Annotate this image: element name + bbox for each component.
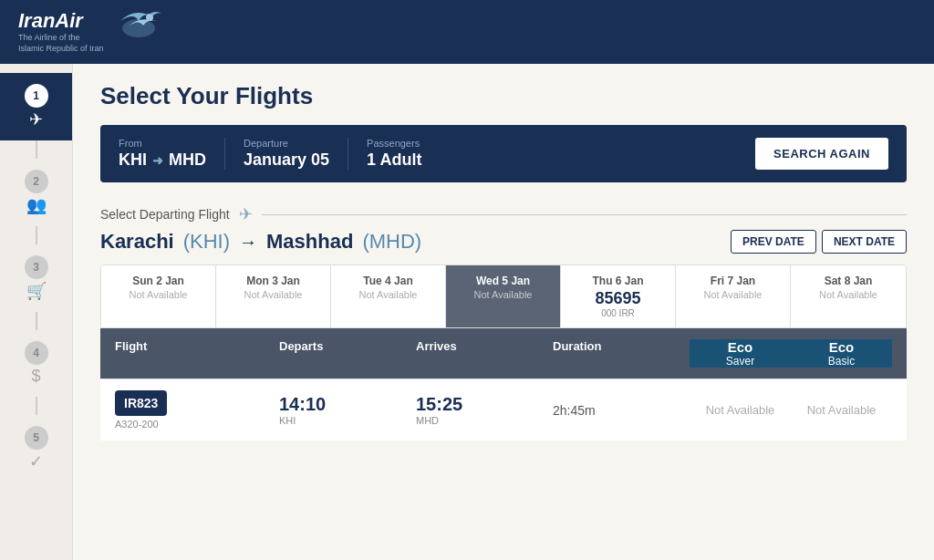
passengers-value: 1 Adult	[367, 150, 421, 170]
eco-basic-cell: Not Available	[791, 403, 892, 417]
step-connector-2-3	[36, 226, 37, 244]
step-4-number: 4	[25, 341, 48, 365]
step-connector-4-5	[36, 397, 37, 415]
origin-code: (KHI)	[183, 230, 230, 254]
col-flight-header: Flight	[115, 339, 279, 368]
departure-value: January 05	[244, 150, 329, 170]
origin-city: Karachi	[100, 230, 174, 254]
date-status-tue4: Not Available	[338, 289, 438, 300]
date-status-fri7: Not Available	[683, 289, 783, 300]
step-3[interactable]: 3 🛒	[0, 244, 72, 312]
step-2[interactable]: 2 👥	[0, 159, 72, 226]
step-1-icon: ✈	[29, 109, 43, 130]
step-2-icon: 👥	[26, 195, 47, 215]
from-section: From KHI ➜ MHD	[119, 138, 225, 170]
from-label: From	[119, 138, 206, 149]
brand-tagline: The Airline of the Islamic Republic of I…	[18, 33, 104, 54]
search-again-button[interactable]: SEARCH AGAIN	[755, 138, 888, 170]
duration-cell: 2h:45m	[553, 403, 690, 418]
col-arrives-header: Arrives	[416, 339, 553, 368]
date-day-tue4: Tue 4 Jan	[338, 275, 438, 287]
date-cell-thu6[interactable]: Thu 6 Jan 85695 000 IRR	[561, 265, 676, 327]
next-date-button[interactable]: NEXT DATE	[822, 230, 907, 254]
flight-table-header: Flight Departs Arrives Duration Eco Save…	[100, 328, 907, 379]
flight-info-cell: IR823 A320-200	[115, 390, 279, 430]
passengers-label: Passengers	[367, 138, 421, 149]
col-eco-saver-header: Eco Saver	[690, 339, 791, 368]
date-status-wed5: Not Available	[453, 289, 553, 300]
date-status-sun2: Not Available	[109, 289, 208, 300]
date-day-sat8: Sat 8 Jan	[798, 275, 898, 287]
departs-time: 14:10	[279, 394, 416, 415]
bird-svg	[111, 3, 166, 53]
date-price-unit-thu6: 000 IRR	[568, 308, 668, 318]
date-cell-wed5[interactable]: Wed 5 Jan Not Available	[446, 265, 561, 327]
header: IranAir The Airline of the Islamic Repub…	[0, 0, 934, 64]
step-5[interactable]: 5 ✓	[0, 415, 72, 482]
step-5-number: 5	[25, 426, 48, 450]
destination-code: (MHD)	[362, 230, 421, 254]
flight-duration: 2h:45m	[553, 403, 690, 418]
step-connector-3-4	[36, 312, 37, 330]
step-1-number: 1	[25, 84, 48, 108]
sidebar: 1 ✈ 2 👥 3 🛒 4 $ 5 ✓	[0, 64, 73, 560]
step-2-number: 2	[25, 170, 48, 193]
plane-icon: ✈	[239, 204, 253, 224]
arrives-airport: MHD	[416, 415, 553, 426]
step-5-icon: ✓	[29, 451, 43, 472]
date-cell-fri7[interactable]: Fri 7 Jan Not Available	[676, 265, 791, 327]
departs-cell: 14:10 KHI	[279, 394, 416, 426]
date-day-thu6: Thu 6 Jan	[568, 275, 668, 287]
step-4-icon: $	[31, 367, 40, 386]
step-connector-1-2	[36, 140, 37, 159]
section-title: Select Departing Flight ✈	[100, 204, 907, 224]
from-value: KHI ➜ MHD	[119, 150, 206, 170]
aircraft-type: A320-200	[115, 419, 279, 430]
departing-section: Select Departing Flight ✈ Karachi (KHI) …	[100, 204, 907, 441]
date-cell-sun2[interactable]: Sun 2 Jan Not Available	[101, 265, 216, 327]
step-3-icon: 🛒	[26, 281, 47, 301]
main-layout: 1 ✈ 2 👥 3 🛒 4 $ 5 ✓ Select Your Flights	[0, 64, 934, 560]
route-arrow-icon: ➜	[152, 153, 163, 168]
col-duration-header: Duration	[553, 339, 690, 368]
route-direction-arrow: →	[239, 232, 257, 253]
step-1[interactable]: 1 ✈	[0, 73, 72, 140]
route-title: Karachi (KHI) → Mashhad (MHD) PREV DATE …	[100, 230, 907, 254]
date-nav-buttons: PREV DATE NEXT DATE	[731, 230, 907, 254]
prev-date-button[interactable]: PREV DATE	[731, 230, 816, 254]
date-status-sat8: Not Available	[798, 289, 898, 300]
date-day-fri7: Fri 7 Jan	[683, 275, 783, 287]
arrives-cell: 15:25 MHD	[416, 394, 553, 426]
brand-name: IranAir	[18, 9, 104, 33]
step-3-number: 3	[25, 255, 48, 279]
col-departs-header: Departs	[279, 339, 416, 368]
destination-city: Mashhad	[266, 230, 353, 254]
eco-saver-cell: Not Available	[690, 403, 791, 417]
departure-section: Departure January 05	[225, 138, 348, 170]
date-selector-row: Sun 2 Jan Not Available Mon 3 Jan Not Av…	[100, 264, 907, 328]
content-area: Select Your Flights From KHI ➜ MHD Depar…	[73, 64, 934, 560]
logo-bird-icon	[111, 3, 166, 61]
step-4[interactable]: 4 $	[0, 330, 72, 397]
date-price-thu6: 85695	[568, 289, 668, 308]
page-title: Select Your Flights	[100, 82, 907, 110]
logo-area: IranAir The Airline of the Islamic Repub…	[18, 3, 166, 61]
date-day-wed5: Wed 5 Jan	[453, 275, 553, 287]
date-day-mon3: Mon 3 Jan	[223, 275, 323, 287]
search-summary-bar: From KHI ➜ MHD Departure January 05 Pass…	[100, 125, 907, 182]
logo-text-block: IranAir The Airline of the Islamic Repub…	[18, 9, 104, 54]
date-day-sun2: Sun 2 Jan	[109, 275, 208, 287]
flight-number: IR823	[115, 390, 167, 416]
date-cell-mon3[interactable]: Mon 3 Jan Not Available	[216, 265, 331, 327]
date-cell-tue4[interactable]: Tue 4 Jan Not Available	[331, 265, 446, 327]
arrives-time: 15:25	[416, 394, 553, 415]
date-status-mon3: Not Available	[223, 289, 323, 300]
departs-airport: KHI	[279, 415, 416, 426]
departure-label: Departure	[244, 138, 329, 149]
col-eco-basic-header: Eco Basic	[791, 339, 892, 368]
date-cell-sat8[interactable]: Sat 8 Jan Not Available	[791, 265, 906, 327]
flight-row-ir823: IR823 A320-200 14:10 KHI 15:25 MHD 2h:45…	[100, 379, 907, 441]
passengers-section: Passengers 1 Adult	[348, 138, 440, 170]
